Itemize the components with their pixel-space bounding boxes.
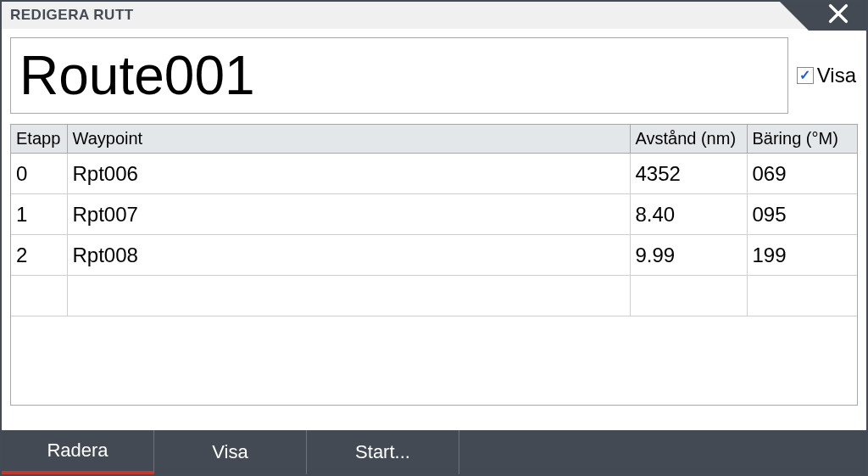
cell-dist: 8.40 (630, 194, 747, 235)
delete-button[interactable]: Radera (2, 430, 154, 474)
cell-waypoint: Rpt008 (67, 235, 630, 276)
col-dist-header[interactable]: Avstånd (nm) (630, 125, 747, 154)
col-waypoint-header[interactable]: Waypoint (67, 125, 630, 154)
cell-etapp: 1 (11, 194, 67, 235)
cell-bearing (747, 276, 857, 316)
cell-dist (630, 276, 747, 316)
delete-button-label: Radera (47, 440, 108, 462)
dialog-content: ✓ Visa Etapp Waypoint Avstånd (nm) Bärin… (2, 29, 866, 406)
col-bearing-header[interactable]: Bäring (°M) (747, 125, 857, 154)
window-title: REDIGERA RUTT (10, 7, 134, 23)
table-header-row: Etapp Waypoint Avstånd (nm) Bäring (°M) (11, 125, 857, 154)
table-row[interactable] (11, 276, 857, 316)
show-button-label: Visa (212, 441, 248, 463)
table-row[interactable]: 0 Rpt006 4352 069 (11, 154, 857, 194)
cell-bearing: 095 (747, 194, 857, 235)
show-checkbox[interactable]: ✓ Visa (797, 64, 858, 87)
route-name-input[interactable] (10, 37, 788, 114)
cell-waypoint: Rpt006 (67, 154, 630, 194)
title-bar: REDIGERA RUTT (2, 2, 866, 29)
cell-etapp (11, 276, 67, 316)
cell-dist: 9.99 (630, 235, 747, 276)
show-checkbox-label: Visa (817, 64, 856, 87)
start-button[interactable]: Start... (307, 430, 459, 474)
table-row[interactable]: 2 Rpt008 9.99 199 (11, 235, 857, 276)
cell-etapp: 0 (11, 154, 67, 194)
show-button[interactable]: Visa (154, 430, 307, 474)
table-row[interactable]: 1 Rpt007 8.40 095 (11, 194, 857, 235)
cell-dist: 4352 (630, 154, 747, 194)
name-row: ✓ Visa (10, 37, 858, 114)
start-button-label: Start... (355, 441, 410, 463)
cell-bearing: 069 (747, 154, 857, 194)
cell-waypoint: Rpt007 (67, 194, 630, 235)
cell-bearing: 199 (747, 235, 857, 276)
cell-etapp: 2 (11, 235, 67, 276)
close-icon (826, 2, 850, 30)
col-etapp-header[interactable]: Etapp (11, 125, 67, 154)
close-button[interactable] (809, 0, 868, 31)
cell-waypoint (67, 276, 630, 316)
check-icon: ✓ (797, 67, 814, 84)
action-bar: Radera Visa Start... (2, 430, 866, 474)
waypoint-table: Etapp Waypoint Avstånd (nm) Bäring (°M) … (10, 124, 858, 406)
